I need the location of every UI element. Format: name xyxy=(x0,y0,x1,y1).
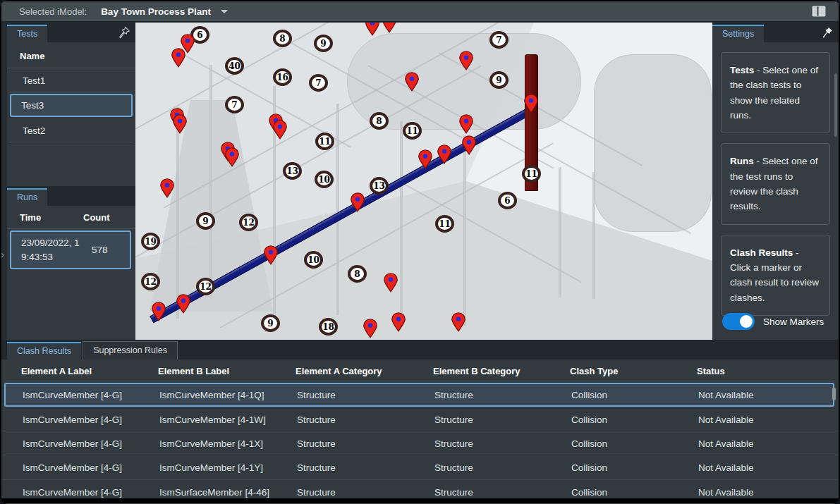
table-row[interactable]: IsmCurveMember [4-G]IsmSurfaceMember [4-… xyxy=(1,480,839,504)
table-cell: Structure xyxy=(297,438,434,449)
table-cell: Not Available xyxy=(698,462,837,473)
runs-panel: Runs Time Count 23/09/2022, 19:43:53578 xyxy=(7,186,135,340)
cluster-marker[interactable]: 9 xyxy=(489,71,509,89)
cluster-marker[interactable]: 11 xyxy=(522,165,541,183)
app-content: Selected iModel: Bay Town Process Plant … xyxy=(1,1,839,498)
imodel-select[interactable]: Bay Town Process Plant xyxy=(97,6,232,18)
cluster-marker[interactable]: 13 xyxy=(370,177,389,195)
clash-pin-marker[interactable] xyxy=(171,48,186,68)
app-window: Selected iModel: Bay Town Process Plant … xyxy=(0,0,840,504)
results-table-header: Element A LabelElement B LabelElement A … xyxy=(1,359,839,383)
cluster-marker[interactable]: 6 xyxy=(498,192,517,209)
tab-clash-results[interactable]: Clash Results xyxy=(7,342,81,360)
cluster-marker[interactable]: 9 xyxy=(196,212,215,230)
table-cell: Collision xyxy=(571,438,698,449)
clash-pin-marker[interactable] xyxy=(151,302,166,321)
settings-panel: Settings Tests - Select one of the clash… xyxy=(712,23,839,340)
structure-column xyxy=(400,121,403,326)
structure-column xyxy=(463,135,466,326)
tab-settings[interactable]: Settings xyxy=(712,25,764,43)
clash-pin-marker[interactable] xyxy=(350,192,365,212)
tests-header: Name xyxy=(7,42,135,68)
cluster-marker[interactable]: 10 xyxy=(315,171,334,188)
clash-pin-marker[interactable] xyxy=(418,149,433,169)
clash-pin-marker[interactable] xyxy=(458,114,474,134)
clash-pin-marker[interactable] xyxy=(172,114,188,134)
clash-pin-marker[interactable] xyxy=(437,145,452,164)
cluster-marker[interactable]: 7 xyxy=(309,74,328,92)
cluster-marker[interactable]: 11 xyxy=(435,215,454,233)
cluster-marker[interactable]: 13 xyxy=(283,162,302,180)
table-cell: Collision xyxy=(571,390,698,400)
clash-pin-marker[interactable] xyxy=(263,245,279,265)
cluster-marker[interactable]: 7 xyxy=(225,96,244,113)
tab-tests[interactable]: Tests xyxy=(7,25,47,43)
table-row[interactable]: IsmCurveMember [4-G]IsmCurveMember [4-1Q… xyxy=(4,383,834,407)
cluster-marker[interactable]: 8 xyxy=(348,265,367,283)
column-header-element-a-category: Element A Category xyxy=(296,366,433,376)
clash-pin-marker[interactable] xyxy=(224,147,240,167)
results-table-body: IsmCurveMember [4-G]IsmCurveMember [4-1Q… xyxy=(1,383,839,504)
runs-row[interactable]: 23/09/2022, 19:43:53578 xyxy=(10,231,131,269)
clash-pin-marker[interactable] xyxy=(272,120,288,140)
clash-pin-marker[interactable] xyxy=(176,294,191,314)
clash-pin-marker[interactable] xyxy=(458,51,474,70)
tests-row-test3[interactable]: Test3 xyxy=(10,94,133,117)
structure-column xyxy=(176,107,179,319)
cluster-marker[interactable]: 12 xyxy=(196,278,215,295)
model-viewport[interactable]: 6894016779781111131013119121910121286119… xyxy=(135,23,712,340)
settings-card-tests: Tests - Select one of the clash tests to… xyxy=(721,52,830,133)
cluster-marker[interactable]: 11 xyxy=(403,122,422,140)
panel-layout-icon[interactable] xyxy=(812,6,826,17)
run-time: 23/09/2022, 19:43:53 xyxy=(21,236,82,264)
table-cell: Structure xyxy=(434,462,571,473)
cluster-marker[interactable]: 7 xyxy=(489,31,509,49)
cluster-marker[interactable]: 18 xyxy=(319,318,338,336)
clash-pin-marker[interactable] xyxy=(404,72,420,92)
cluster-marker[interactable]: 40 xyxy=(225,57,244,75)
runs-header: Time Count xyxy=(7,206,135,229)
table-cell: Collision xyxy=(571,487,698,498)
table-cell: Structure xyxy=(434,438,571,449)
cluster-marker[interactable]: 10 xyxy=(304,251,323,269)
cluster-marker[interactable]: 8 xyxy=(370,112,389,130)
cluster-marker[interactable]: 12 xyxy=(141,273,160,290)
tab-suppression-rules[interactable]: Suppression Rules xyxy=(83,341,178,359)
tests-row-test2[interactable]: Test2 xyxy=(8,118,134,142)
clash-pin-marker[interactable] xyxy=(382,23,397,33)
structure-column xyxy=(209,65,212,297)
clash-pin-marker[interactable] xyxy=(383,273,398,293)
cluster-marker[interactable]: 16 xyxy=(273,68,292,86)
cluster-marker[interactable]: 9 xyxy=(261,314,280,332)
clash-pin-marker[interactable] xyxy=(365,23,380,36)
clash-pin-marker[interactable] xyxy=(461,135,477,155)
clash-results-panel: Clash ResultsSuppression Rules Element A… xyxy=(1,340,839,498)
settings-scrollbar[interactable] xyxy=(834,73,837,137)
tab-runs[interactable]: Runs xyxy=(7,188,47,207)
clash-pin-marker[interactable] xyxy=(523,94,539,113)
results-scrollbar[interactable] xyxy=(832,388,836,400)
show-markers-toggle[interactable] xyxy=(722,313,755,330)
runs-list: 23/09/2022, 19:43:53578 xyxy=(7,231,135,269)
expand-chevron-icon[interactable]: › xyxy=(1,248,4,260)
table-row[interactable]: IsmCurveMember [4-G]IsmCurveMember [4-1W… xyxy=(1,407,839,431)
cluster-marker[interactable]: 19 xyxy=(141,233,160,250)
structure-column xyxy=(592,172,595,299)
cluster-marker[interactable]: 11 xyxy=(315,133,334,150)
clash-pin-marker[interactable] xyxy=(159,178,175,198)
clash-pin-marker[interactable] xyxy=(363,319,378,338)
cluster-marker[interactable]: 12 xyxy=(239,214,258,231)
table-cell: IsmCurveMember [4-G] xyxy=(23,390,159,400)
pin-icon[interactable] xyxy=(117,26,130,39)
table-row[interactable]: IsmCurveMember [4-G]IsmCurveMember [4-1Y… xyxy=(1,455,839,479)
tests-row-test1[interactable]: Test1 xyxy=(8,68,134,92)
structure-column xyxy=(559,167,561,297)
cluster-marker[interactable]: 8 xyxy=(273,30,292,47)
settings-card-runs: Runs - Select one of the test runs to re… xyxy=(721,143,830,224)
clash-pin-marker[interactable] xyxy=(391,312,406,332)
pin-icon-filled[interactable] xyxy=(820,26,833,39)
cluster-marker[interactable]: 9 xyxy=(314,35,333,52)
table-row[interactable]: IsmCurveMember [4-G]IsmCurveMember [4-1X… xyxy=(1,431,839,455)
clash-pin-marker[interactable] xyxy=(451,312,466,332)
top-bar: Selected iModel: Bay Town Process Plant xyxy=(1,1,839,21)
